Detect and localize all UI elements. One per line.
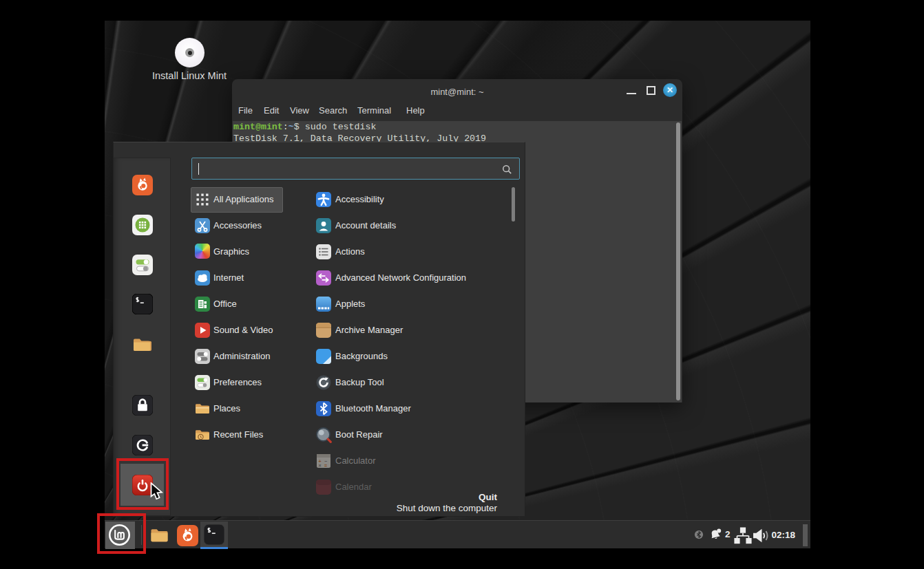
svg-text:×: × [319,463,322,468]
svg-text:=: = [324,463,327,468]
